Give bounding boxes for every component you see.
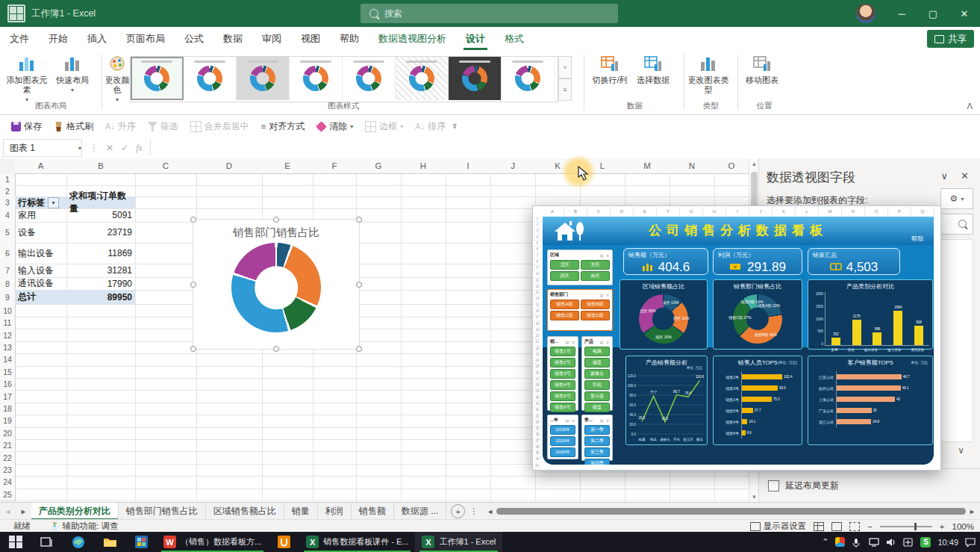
sheet-nav-left-icon[interactable]: ◄ xyxy=(0,508,16,515)
scroll-left-icon[interactable]: ◄ xyxy=(487,508,493,515)
selection-handle[interactable] xyxy=(356,346,362,352)
chart-style-thumbnail-4[interactable] xyxy=(290,57,343,100)
quickbar-customize-icon[interactable]: ⊽ xyxy=(452,123,457,130)
slicer-button-2020年[interactable]: 2020年 xyxy=(550,447,575,457)
column-header-M[interactable]: M xyxy=(625,158,670,174)
zoom-in-icon[interactable]: + xyxy=(940,522,945,531)
row-header-3[interactable]: 3 xyxy=(0,196,16,209)
close-button[interactable]: ✕ xyxy=(949,0,980,27)
column-header-C[interactable]: C xyxy=(135,158,197,174)
slicer-button-东区[interactable]: 东区 xyxy=(581,260,610,270)
panel-collapse-icon[interactable]: ∨ xyxy=(940,170,948,182)
selection-handle[interactable] xyxy=(190,217,196,223)
column-header-N[interactable]: N xyxy=(670,158,715,174)
sheet-nav-right-icon[interactable]: ► xyxy=(16,508,31,515)
chart-style-thumbnail-3[interactable] xyxy=(237,57,290,100)
chart-style-thumbnail-6[interactable] xyxy=(396,57,449,100)
blue-app-icon[interactable] xyxy=(132,533,150,551)
slicer-button-销售B部[interactable]: 销售B部 xyxy=(581,300,610,309)
cancel-icon[interactable]: ✕ xyxy=(106,143,113,153)
quickbar-排序[interactable]: A↓排序 xyxy=(410,118,451,136)
slicer-button-电脑[interactable]: 电脑 xyxy=(584,347,610,356)
slicer-button-第四季[interactable]: 第四季 xyxy=(584,459,610,465)
notification-icon[interactable] xyxy=(965,538,976,547)
search-box[interactable]: 搜索 xyxy=(361,4,618,23)
slicer-button-销售4号[interactable]: 销售4号 xyxy=(550,380,575,390)
horizontal-scroll-thumb[interactable] xyxy=(496,508,966,515)
row-header-5[interactable]: 5 xyxy=(0,222,16,244)
area-dropdown-icon[interactable]: ∨ xyxy=(958,445,964,456)
slicer-button-摄像头[interactable]: 摄像头 xyxy=(584,369,610,379)
normal-view-icon[interactable] xyxy=(814,522,824,531)
row-header-19[interactable]: 19 xyxy=(0,415,16,427)
row-header-9[interactable]: 9 xyxy=(0,290,16,305)
column-header-E[interactable]: E xyxy=(262,158,313,174)
ribbon-tab-帮助[interactable]: 帮助 xyxy=(330,27,369,50)
slicer-button-北区[interactable]: 北区 xyxy=(550,260,579,270)
selection-handle[interactable] xyxy=(190,282,196,288)
quickbar-升序[interactable]: A↓升序 xyxy=(100,118,141,136)
avatar[interactable] xyxy=(856,4,876,23)
slicer-button-2019年[interactable]: 2019年 xyxy=(550,436,575,446)
column-header-I[interactable]: I xyxy=(446,158,491,174)
maximize-button[interactable]: ▢ xyxy=(917,0,949,27)
column-header-D[interactable]: D xyxy=(196,158,263,174)
selection-handle[interactable] xyxy=(356,217,362,223)
row-header-6[interactable]: 6 xyxy=(0,243,16,264)
slicer-button-南区[interactable]: 南区 xyxy=(581,271,610,281)
enter-icon[interactable]: ✓ xyxy=(121,143,128,153)
slicer-button-键盘[interactable]: 键盘 xyxy=(584,358,610,368)
selection-handle[interactable] xyxy=(190,346,196,352)
column-header-F[interactable]: F xyxy=(313,158,357,174)
switch-row-column-button[interactable]: 切换行/列 xyxy=(588,50,631,101)
task-view-button[interactable] xyxy=(38,533,56,551)
row-header-23[interactable]: 23 xyxy=(0,464,16,477)
more-icon[interactable]: ⋮ xyxy=(90,143,99,153)
slicer-button-销售5号[interactable]: 销售5号 xyxy=(550,391,575,401)
row-header-1[interactable]: 1 xyxy=(0,173,16,186)
quickbar-合并后居中[interactable]: 合并后居中 xyxy=(185,118,255,136)
slicer-button-销售2号[interactable]: 销售2号 xyxy=(550,358,575,368)
row-header-14[interactable]: 14 xyxy=(0,353,16,366)
taskbar-window[interactable]: W（销售）数据看板方... xyxy=(157,532,268,552)
quickbar-清除[interactable]: 清除▾ xyxy=(311,118,358,136)
row-header-13[interactable]: 13 xyxy=(0,341,16,354)
select-data-button[interactable]: 选择数据 xyxy=(631,50,675,101)
ribbon-tab-数据[interactable]: 数据 xyxy=(213,27,252,50)
slicer-button-硬盘[interactable]: 硬盘 xyxy=(584,403,610,412)
wps-pinwheel-icon[interactable] xyxy=(835,537,845,547)
sheet-tab-区域销售额占比[interactable]: 区域销售额占比 xyxy=(206,503,284,520)
quickbar-格式刷[interactable]: 格式刷 xyxy=(49,118,99,136)
row-header-10[interactable]: 10 xyxy=(0,304,16,317)
slicer-button-销售1号[interactable]: 销售1号 xyxy=(550,347,575,356)
column-header-H[interactable]: H xyxy=(401,158,446,174)
select-all-corner[interactable] xyxy=(0,158,16,174)
add-sheet-icon[interactable]: + xyxy=(451,504,465,518)
row-header-16[interactable]: 16 xyxy=(0,378,16,391)
sheet-tab-产品类别分析对比[interactable]: 产品类别分析对比 xyxy=(31,503,119,520)
zoom-out-icon[interactable]: − xyxy=(867,522,873,531)
slicer-button-销售A部[interactable]: 销售A部 xyxy=(550,300,579,309)
ribbon-tab-页面布局[interactable]: 页面布局 xyxy=(116,27,175,50)
ribbon-tab-数据透视图分析[interactable]: 数据透视图分析 xyxy=(369,27,456,50)
formula-input[interactable] xyxy=(150,140,980,156)
column-header-B[interactable]: B xyxy=(66,158,136,174)
horizontal-scrollbar[interactable]: ◄► xyxy=(482,503,980,520)
move-chart-button[interactable]: 移动图表 xyxy=(740,50,784,101)
name-box[interactable]: 图表 1▾ xyxy=(3,139,82,157)
row-header-7[interactable]: 7 xyxy=(0,264,16,278)
s-app-icon[interactable]: S xyxy=(920,537,931,548)
minimize-button[interactable]: ─ xyxy=(886,0,917,27)
slicer-button-销售3号[interactable]: 销售3号 xyxy=(550,369,575,379)
ribbon-tab-文件[interactable]: 文件 xyxy=(0,27,39,50)
row-header-17[interactable]: 17 xyxy=(0,390,16,403)
edge-browser-icon[interactable] xyxy=(69,533,87,551)
quickbar-筛选[interactable]: 筛选 xyxy=(143,118,184,136)
pivot-chart-object[interactable]: 销售部门销售占比 xyxy=(193,219,360,350)
ribbon-tab-视图[interactable]: 视图 xyxy=(291,27,330,50)
row-header-21[interactable]: 21 xyxy=(0,439,16,452)
quick-layout-button[interactable]: 快速布局▾ xyxy=(51,50,94,101)
row-header-22[interactable]: 22 xyxy=(0,451,16,464)
filter-dropdown-icon[interactable]: ▼ xyxy=(48,197,59,208)
chart-style-thumbnail-5[interactable] xyxy=(343,57,396,100)
